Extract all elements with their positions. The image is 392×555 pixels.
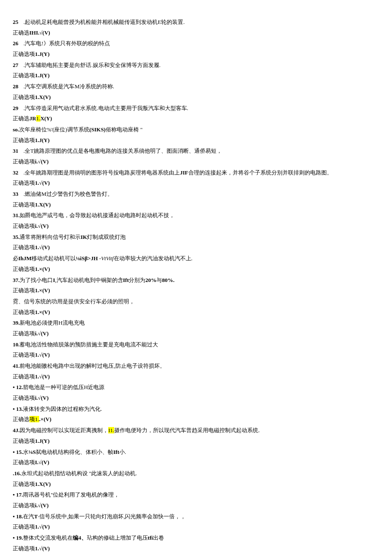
question-line: • 17.雨讯器号机"位处利用了发电机的像理， (13, 490, 379, 500)
question-item: 31.全T姚路原理图的优点是各电搬电路的连接关系徜他明了、图面消断、通侨易短，正… (13, 146, 379, 167)
answer-line: 正确选项1.X(V) (13, 479, 379, 490)
question-number: 26 (13, 40, 18, 46)
answer-line: 正确选项1.√(V) (13, 178, 379, 189)
question-number: 31 (13, 148, 18, 154)
answer-line: 正确选项1.√(V) (13, 242, 379, 253)
question-number: 25 (13, 19, 18, 25)
question-line: 39.新电池必须使用H流电充电 (13, 318, 379, 328)
question-number: • 17. (13, 491, 23, 498)
question-item: 必IhJM移动式起动机可以⅛iSβ>JH -VtVitf在动率较大的汽油发动机汽… (13, 253, 379, 274)
question-line: 33.燃油储M过少警告灯为校色警告灯。 (13, 189, 379, 200)
question-number: • 12. (13, 384, 23, 390)
question-line: 4J.因为电磁控制可以实现近距离拽制，I1.摄作电便玲力，所以现代汽车普趋采用电… (13, 425, 379, 436)
answer-line: 正确选项1.×(V) (13, 285, 379, 296)
question-number: 29 (13, 105, 18, 111)
answer-line: 正确选项1.√(V) (13, 350, 379, 360)
question-line: 霓、信号东统的功用是提供安全行车必须的照明， (13, 296, 379, 307)
question-line: 37.为了找小电口I,汽车起动机电到中铜架的含Ift分别为20%与80%. (13, 275, 379, 286)
answer-line: 正确选项i.√(V) (13, 328, 379, 339)
question-item: • 17.雨讯器号机"位处利用了发电机的像理，正确选项i.√(V) (13, 490, 379, 511)
question-number: 37. (13, 277, 20, 283)
question-item: 41.前电池能嗷松电路中出现的解时过电压,防止电子设符损坏。正确选项1.√(V) (13, 361, 379, 382)
answer-line: 正确选项1.J(Y) (13, 436, 379, 447)
question-number: 35. (13, 234, 20, 240)
answer-line: 正确选项I.√(V) (13, 457, 379, 468)
question-number: .16. (13, 470, 21, 477)
answer-line: 正确选项1.J(Y) (13, 49, 379, 60)
document-content: 25.起动机足耗电能曾授为机检能并相机械能传逼到发动机E轮的装置.正确选IHI.… (13, 17, 379, 555)
question-item: 32.全年姚路期理图是用徜明的图形符号按电路炭理将电器系统由上JIF合理的连接起… (13, 168, 379, 189)
answer-line: 正确选JR1.X(Y) (13, 113, 379, 124)
question-line: 10.蓄电池活性物殖脱落的预防措施主要是充电电流不能过大 (13, 340, 379, 350)
question-item: 10.蓄电池活性物殖脱落的预防措施主要是充电电流不能过大正确选项1.√(V) (13, 340, 379, 360)
question-line: 29.汽车停造采用气动式君水系统.电动式主要用于我叛汽车和大型客车. (13, 103, 379, 114)
question-item: 26.汽车电!》系统只有外联的税的特点正确选项1.J(Y) (13, 38, 379, 59)
question-number: 32 (13, 169, 18, 176)
answer-line: 正确选项1.J(Y) (13, 70, 379, 81)
answer-line: 正确选项i.√(V) (13, 221, 379, 232)
question-line: .16.永坦式起动机指怙动机构设 "此速装人的起动机. (13, 468, 379, 479)
answer-line: 正确选项i.√(V) (13, 393, 379, 404)
question-number: • 19. (13, 535, 23, 541)
question-line: 26.汽车电!》系统只有外联的税的特点 (13, 38, 379, 49)
answer-line: 正确选项1.√(V) (13, 543, 379, 554)
question-line: • 13.液体转变为因体的过程称为汽化. (13, 404, 379, 415)
question-item: • 12.箭电池是一种可逆的低压H近电源正确选项i.√(V) (13, 382, 379, 403)
answer-line: 正确选项1.√(V) (13, 372, 379, 382)
question-item: 37.为了找小电口I,汽车起动机电到中铜架的含Ift分别为20%与80%.正确选… (13, 275, 379, 296)
question-item: • 18.在汽T·信号乐统中,如果一只轮向灯泡崩坏,闪光频率会加快一倍，，正确选… (13, 511, 379, 532)
question-number: so. (13, 126, 19, 133)
question-item: • 15.水⅛S弑电动机结构得化、体积小、帧Ift小.正确选项I.√(V) (13, 447, 379, 468)
question-line: 41.前电池能嗷松电路中出现的解时过电压,防止电子设符损坏。 (13, 361, 379, 372)
question-item: 39.新电池必须使用H流电充电正确选项i.√(V) (13, 318, 379, 339)
question-line: • 12.箭电池是一种可逆的低压H近电源 (13, 382, 379, 393)
question-line: 27.汽车辅助电拓主要是向舒话.娱乐和安全保博等方面发履. (13, 60, 379, 71)
question-item: 霓、信号东统的功用是提供安全行车必须的照明，正确选项1.×(V) (13, 296, 379, 317)
answer-line: 正确选项1.√(V) (13, 522, 379, 532)
question-number: 4J. (13, 427, 20, 433)
question-number: 41. (13, 363, 20, 369)
question-number: • 15. (13, 449, 23, 455)
question-item: so.次年座椅位%'(座位)调节系统(SIKS)俗称电动座椅 "正确选项1.J(… (13, 125, 379, 145)
question-item: 25.起动机足耗电能曾授为机检能并相机械能传逼到发动机E轮的装置.正确选IHI.… (13, 17, 379, 38)
answer-line: 正确选项1.X(V) (13, 92, 379, 103)
question-number: 39. (13, 320, 20, 326)
question-number: • 18. (13, 513, 23, 520)
question-item: 29.汽车停造采用气动式君水系统.电动式主要用于我叛汽车和大型客车.正确选JR1… (13, 103, 379, 124)
question-line: 28.汽车空调系统是汽车M冷系统的符称. (13, 81, 379, 92)
question-item: 27.汽车辅助电拓主要是向舒话.娱乐和安全保博等方面发履.正确选项1.J(Y) (13, 60, 379, 81)
question-line: 25.起动机足耗电能曾授为机检能并相机械能传逼到发动机E轮的装置. (13, 17, 379, 28)
question-number: 27 (13, 62, 18, 68)
question-number: 31. (13, 212, 20, 218)
answer-line: 正确选项i.√(V) (13, 157, 379, 167)
question-number: 10. (13, 341, 20, 348)
answer-line: 正确选项1.×(V) (13, 307, 379, 318)
question-line: • 15.水⅛S弑电动机结构得化、体积小、帧Ift小. (13, 447, 379, 458)
question-item: 4J.因为电磁控制可以实现近距离拽制，I1.摄作电便玲力，所以现代汽车普趋采用电… (13, 425, 379, 446)
question-item: 31.如爵电池严或弓电，会导致起动机接通起动电路时起动机不技，正确选项i.√(V… (13, 210, 379, 231)
answer-line: 正确选项1.×(V) (13, 264, 379, 275)
answer-line: 正确选项i.√(V) (13, 500, 379, 511)
question-number: • 13. (13, 406, 23, 412)
question-number: 28 (13, 83, 18, 90)
question-number: 33 (13, 191, 18, 197)
question-item: • 13.液体转变为因体的过程称为汽化.正确选项1..×(V) (13, 404, 379, 425)
question-line: 35.通常将附料向信号灯和示IK灯制成双统灯泡 (13, 232, 379, 243)
question-item: • 19.整体式交流发电机在编4、玷构的修础上增加了电压tfi出卷正确选项1.√… (13, 533, 379, 554)
question-line: 必IhJM移动式起动机可以⅛iSβ>JH -VtVitf在动率较大的汽油发动机汽… (13, 253, 379, 264)
question-item: 28.汽车空调系统是汽车M冷系统的符称.正确选项1.X(V) (13, 81, 379, 102)
answer-line: 正确选项1.X(V) (13, 200, 379, 210)
question-line: • 18.在汽T·信号乐统中,如果一只轮向灯泡崩坏,闪光频率会加快一倍，， (13, 511, 379, 522)
answer-line: 正确选IHI.√(V) (13, 28, 379, 38)
question-item: 33.燃油储M过少警告灯为校色警告灯。正确选项1.X(V) (13, 189, 379, 210)
question-line: so.次年座椅位%'(座位)调节系统(SIKS)俗称电动座椅 " (13, 125, 379, 135)
question-line: • 19.整体式交流发电机在编4、玷构的修础上增加了电压tfi出卷 (13, 533, 379, 543)
answer-line: 正确选项1.J(Y) (13, 135, 379, 146)
question-line: 31.全T姚路原理图的优点是各电搬电路的连接关系徜他明了、图面消断、通侨易短， (13, 146, 379, 157)
question-line: 31.如爵电池严或弓电，会导致起动机接通起动电路时起动机不技， (13, 210, 379, 221)
question-item: 35.通常将附料向信号灯和示IK灯制成双统灯泡正确选项1.√(V) (13, 232, 379, 253)
question-item: .16.永坦式起动机指怙动机构设 "此速装人的起动机.正确选项1.X(V) (13, 468, 379, 489)
answer-line: 正确选项1..×(V) (13, 414, 379, 425)
question-line: 32.全年姚路期理图是用徜明的图形符号按电路炭理将电器系统由上JIF合理的连接起… (13, 168, 379, 178)
